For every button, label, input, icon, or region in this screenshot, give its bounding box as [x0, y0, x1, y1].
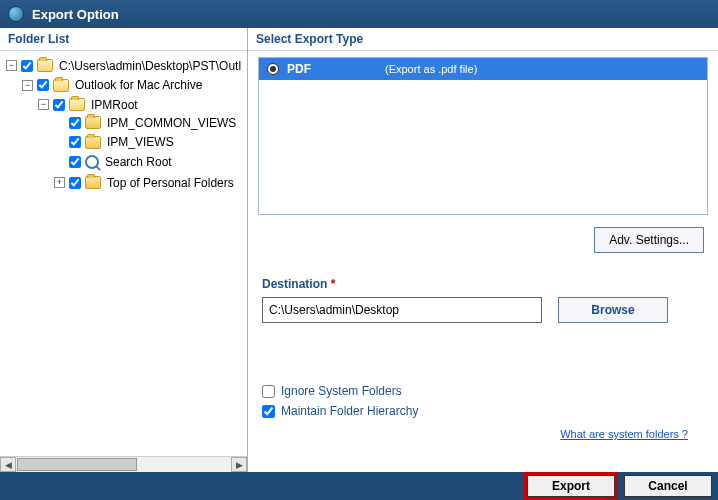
ignore-system-folders-option[interactable]: Ignore System Folders	[262, 381, 704, 401]
folder-icon	[85, 176, 101, 189]
tree-checkbox[interactable]	[69, 177, 81, 189]
tree-checkbox[interactable]	[53, 99, 65, 111]
tree-label: IPM_VIEWS	[105, 133, 176, 151]
export-type-list: PDF (Export as .pdf file)	[258, 57, 708, 215]
destination-label-text: Destination	[262, 277, 327, 291]
tree-label: C:\Users\admin\Desktop\PST\Outl	[57, 57, 243, 75]
spacer	[54, 137, 65, 148]
tree-label: Search Root	[103, 153, 174, 171]
export-type-desc: (Export as .pdf file)	[385, 63, 477, 75]
cancel-button[interactable]: Cancel	[624, 475, 712, 497]
ignore-checkbox[interactable]	[262, 385, 275, 398]
collapse-icon[interactable]: −	[6, 60, 17, 71]
footer-bar: Export Cancel	[0, 472, 718, 500]
folder-tree[interactable]: − C:\Users\admin\Desktop\PST\Outl − Outl…	[0, 51, 247, 456]
collapse-icon[interactable]: −	[38, 99, 49, 110]
maintain-checkbox[interactable]	[262, 405, 275, 418]
folder-open-icon	[69, 98, 85, 111]
folder-open-icon	[53, 79, 69, 92]
tree-node-item[interactable]: + Top of Personal Folders	[54, 174, 236, 192]
tree-node-item[interactable]: IPM_VIEWS	[54, 133, 176, 151]
window-titlebar: Export Option	[0, 0, 718, 28]
system-folders-link[interactable]: What are system folders ?	[560, 428, 688, 440]
tree-node-ipmroot[interactable]: − IPMRoot	[38, 96, 140, 114]
tree-checkbox[interactable]	[69, 136, 81, 148]
collapse-icon[interactable]: −	[22, 80, 33, 91]
export-button[interactable]: Export	[527, 475, 615, 497]
tree-label: IPMRoot	[89, 96, 140, 114]
tree-checkbox[interactable]	[21, 60, 33, 72]
maintain-hierarchy-option[interactable]: Maintain Folder Hierarchy	[262, 401, 704, 421]
tree-node-item[interactable]: Search Root	[54, 153, 174, 171]
spacer	[54, 156, 65, 167]
export-type-header: Select Export Type	[248, 28, 718, 51]
scroll-track[interactable]	[138, 457, 231, 472]
folder-list-header: Folder List	[0, 28, 247, 51]
browse-button[interactable]: Browse	[558, 297, 668, 323]
ignore-label: Ignore System Folders	[281, 384, 402, 398]
export-type-name: PDF	[287, 62, 377, 76]
window-title: Export Option	[32, 7, 119, 22]
expand-icon[interactable]: +	[54, 177, 65, 188]
spacer	[54, 117, 65, 128]
destination-label: Destination *	[262, 277, 335, 291]
maintain-label: Maintain Folder Hierarchy	[281, 404, 418, 418]
scroll-left-icon[interactable]: ◀	[0, 457, 16, 472]
folder-open-icon	[37, 59, 53, 72]
app-icon	[8, 6, 24, 22]
folder-icon	[85, 116, 101, 129]
tree-label: Top of Personal Folders	[105, 174, 236, 192]
tree-node-item[interactable]: IPM_COMMON_VIEWS	[54, 114, 238, 132]
export-type-pdf[interactable]: PDF (Export as .pdf file)	[259, 58, 707, 80]
export-highlight: Export	[524, 472, 618, 500]
tree-checkbox[interactable]	[37, 79, 49, 91]
tree-label: IPM_COMMON_VIEWS	[105, 114, 238, 132]
tree-label: Outlook for Mac Archive	[73, 76, 204, 94]
folder-icon	[85, 136, 101, 149]
adv-settings-button[interactable]: Adv. Settings...	[594, 227, 704, 253]
tree-node-root[interactable]: − C:\Users\admin\Desktop\PST\Outl	[6, 57, 243, 75]
scroll-right-icon[interactable]: ▶	[231, 457, 247, 472]
radio-selected-icon[interactable]	[267, 63, 279, 75]
destination-input[interactable]	[262, 297, 542, 323]
horizontal-scrollbar[interactable]: ◀ ▶	[0, 456, 247, 472]
search-icon	[85, 155, 99, 169]
scroll-thumb[interactable]	[17, 458, 137, 471]
required-asterisk: *	[331, 277, 336, 291]
tree-checkbox[interactable]	[69, 156, 81, 168]
tree-checkbox[interactable]	[69, 117, 81, 129]
tree-node-archive[interactable]: − Outlook for Mac Archive	[22, 76, 204, 94]
